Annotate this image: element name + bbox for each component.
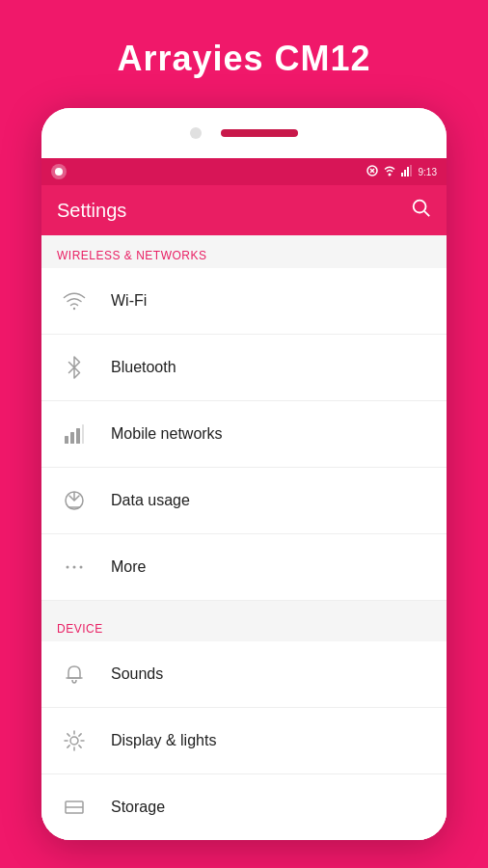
svg-point-20 <box>73 566 76 569</box>
phone-bezel-top <box>41 108 447 158</box>
svg-rect-5 <box>401 173 403 176</box>
section-header-wireless: WIRELESS & NETWORKS <box>41 235 447 268</box>
storage-label: Storage <box>111 799 165 816</box>
bluetooth-icon <box>57 350 92 385</box>
bell-icon <box>57 657 92 692</box>
svg-point-21 <box>80 566 83 569</box>
data-usage-label: Data usage <box>111 492 190 509</box>
search-button[interactable] <box>410 197 431 224</box>
svg-point-11 <box>73 308 75 310</box>
settings-item-sounds[interactable]: Sounds <box>41 641 447 708</box>
svg-rect-6 <box>404 170 406 176</box>
svg-line-28 <box>68 734 69 736</box>
settings-item-bluetooth[interactable]: Bluetooth <box>41 335 447 401</box>
settings-list: WIRELESS & NETWORKS Wi-Fi Bluetooth <box>41 235 447 840</box>
settings-item-mobile-networks[interactable]: Mobile networks <box>41 401 447 468</box>
ghost-icon <box>51 164 67 179</box>
more-icon <box>57 550 92 584</box>
signal-status-icon <box>401 165 413 178</box>
settings-item-storage[interactable]: Storage <box>41 774 447 840</box>
svg-rect-14 <box>76 428 80 444</box>
settings-item-data-usage[interactable]: Data usage <box>41 468 447 534</box>
status-bar-left <box>51 164 67 179</box>
settings-item-display-lights[interactable]: Display & lights <box>41 708 447 774</box>
svg-line-30 <box>79 734 81 736</box>
svg-rect-8 <box>410 165 412 176</box>
more-label: More <box>111 558 146 576</box>
svg-line-29 <box>79 746 81 747</box>
status-bar-right: 9:13 <box>366 165 437 178</box>
signal-icon <box>57 417 92 451</box>
svg-rect-12 <box>65 436 68 444</box>
app-title: Arrayies CM12 <box>117 39 370 79</box>
phone-camera <box>190 127 202 139</box>
sounds-label: Sounds <box>111 665 163 683</box>
x-icon <box>366 165 378 178</box>
svg-line-31 <box>68 746 69 747</box>
svg-rect-13 <box>70 432 74 444</box>
display-lights-label: Display & lights <box>111 732 216 749</box>
svg-point-23 <box>70 737 78 745</box>
settings-item-more[interactable]: More <box>41 534 447 601</box>
svg-rect-15 <box>82 424 84 444</box>
svg-point-0 <box>55 168 63 176</box>
time-display: 9:13 <box>419 167 437 177</box>
svg-point-4 <box>389 174 391 176</box>
wifi-status-icon <box>384 165 395 178</box>
toolbar-title: Settings <box>57 200 126 222</box>
svg-rect-7 <box>407 167 409 176</box>
section-header-device: DEVICE <box>41 609 447 641</box>
data-usage-icon <box>57 483 92 518</box>
phone-speaker <box>221 129 298 137</box>
status-bar: 9:13 <box>41 158 447 185</box>
storage-icon <box>57 790 92 825</box>
mobile-networks-label: Mobile networks <box>111 425 223 443</box>
wifi-label: Wi-Fi <box>111 292 147 310</box>
settings-item-wifi[interactable]: Wi-Fi <box>41 268 447 335</box>
svg-line-10 <box>424 211 429 216</box>
wifi-icon <box>57 284 92 318</box>
svg-point-19 <box>67 566 69 569</box>
bluetooth-label: Bluetooth <box>111 359 176 376</box>
toolbar: Settings <box>41 185 447 235</box>
sun-icon <box>57 723 92 758</box>
svg-point-9 <box>414 201 426 213</box>
section-divider <box>41 601 447 609</box>
phone-shell: 9:13 Settings WIRELESS & NETWORKS <box>41 108 447 840</box>
